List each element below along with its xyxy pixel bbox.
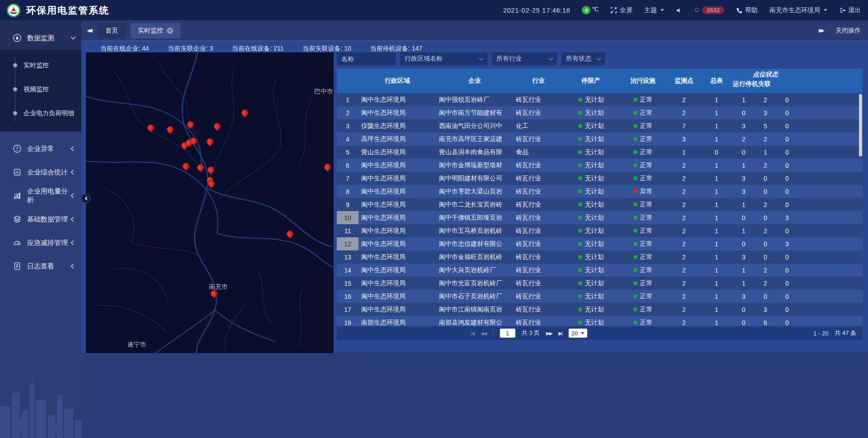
logout-button[interactable]: 退出 — [839, 6, 861, 14]
notification-count-badge: 2632 — [702, 6, 724, 14]
map-panel[interactable]: 巴中市南充市遂宁市 — [86, 52, 334, 353]
cell-region: 阆中生态环境局 — [359, 266, 436, 274]
cell-company: 阆中大兴页岩机砖厂 — [436, 266, 513, 274]
close-operations-button[interactable]: 关闭操作 — [835, 27, 861, 35]
cell-industry: 砖瓦行业 — [513, 266, 564, 274]
table-row[interactable]: 8阆中生态环境局阆中市枣碧大梁山页岩砖瓦行业无计划异常21300 — [337, 185, 863, 198]
datetime: 2021-02-25 17:46:18 — [503, 6, 571, 14]
status-filter-select[interactable]: 所有状态 — [561, 52, 605, 65]
map-collapse-button[interactable] — [81, 193, 91, 203]
table-row[interactable]: 2阆中生态环境局阆中市南方节能建材有砖瓦行业无计划正常21030 — [337, 106, 863, 119]
theme-dropdown[interactable]: 主题 — [644, 6, 664, 14]
table-row[interactable]: 12阆中生态环境局阆中市忠信建材有限公砖瓦行业无计划正常21003 — [337, 237, 863, 250]
cell-facility: 正常 — [618, 319, 668, 327]
map-roads — [86, 52, 334, 353]
table-row[interactable]: 14阆中生态环境局阆中大兴页岩机砖厂砖瓦行业无计划正常21120 — [337, 264, 863, 277]
tabs-scroll-right-button[interactable]: ▶▶ — [819, 28, 825, 33]
table-row[interactable]: 15阆中生态环境局阆中市光富页岩机砖厂砖瓦行业无计划正常21120 — [337, 277, 863, 290]
table-row[interactable]: 4高坪生态环境局南充市高坪区王家店建砖瓦行业无计划正常31220 — [337, 132, 863, 146]
fullscreen-button[interactable]: 全屏 — [610, 6, 632, 14]
cell-company: 阆中市金博瑞新型墙材 — [436, 161, 513, 170]
name-filter-input[interactable] — [337, 52, 396, 65]
sidebar-item-emergency-reduction[interactable]: 应急减排管理 — [0, 231, 81, 254]
cell-running: 1 — [733, 227, 755, 235]
cell-stopped: 0 — [755, 188, 776, 195]
table-row[interactable]: 6阆中生态环境局阆中市金博瑞新型墙材砖瓦行业无计划正常21120 — [337, 159, 863, 172]
table-row[interactable]: 16阆中生态环境局阆中市石子页岩机砖厂砖瓦行业无计划正常21300 — [337, 290, 863, 303]
prev-page-button[interactable]: ◀◀ — [481, 331, 486, 336]
cell-region: 阆中生态环境局 — [359, 188, 436, 196]
sidebar-item-video-monitor[interactable]: 视频监控 — [0, 77, 81, 101]
sidebar-item-power-analysis[interactable]: 企业用电量分析 — [0, 184, 81, 207]
region-filter-select[interactable]: 行政区域名称 — [400, 52, 487, 65]
cell-region: 阆中生态环境局 — [359, 279, 436, 287]
cell-stopped: 3 — [755, 306, 776, 313]
page-number-input[interactable] — [500, 329, 515, 338]
chevron-down-icon — [597, 56, 601, 61]
help-button[interactable]: 帮助 — [736, 6, 758, 14]
row-index: 11 — [337, 227, 359, 235]
table-row[interactable]: 5营山生态环境局营山县润丰肉食品有限食品无计划正常10010 — [337, 146, 863, 159]
table-row[interactable]: 11阆中生态环境局阆中市五马桥页岩机砖砖瓦行业无计划正常21120 — [337, 224, 863, 237]
table-row[interactable]: 10阆中生态环境局阆中千佛镇五郎垭页岩砖瓦行业无计划正常21003 — [337, 211, 863, 224]
sidebar-item-log-view[interactable]: 日志查看 — [0, 254, 81, 278]
cell-meters: 1 — [700, 293, 733, 300]
cell-points: 2 — [668, 254, 700, 261]
row-index: 3 — [337, 122, 359, 130]
sidebar-item-power-load-detail[interactable]: 企业电力负荷明细 — [0, 101, 81, 125]
chevron-down-icon — [549, 56, 553, 61]
table-row[interactable]: 1阆中生态环境局阆中强锐页岩砖厂砖瓦行业无计划正常21120 — [337, 93, 863, 106]
chevron-down-icon — [824, 9, 827, 11]
table-row[interactable]: 18南部生态环境局南部县鸿发建材有限公砖瓦行业无计划正常21060 — [337, 316, 863, 326]
table-row[interactable]: 13阆中生态环境局阆中市金福旺页岩机砖砖瓦行业无计划正常21300 — [337, 250, 863, 264]
cell-lost: 3 — [776, 214, 798, 221]
chevron-left-icon — [71, 264, 75, 268]
table-scrollbar[interactable] — [859, 94, 862, 156]
app-logo-icon — [6, 3, 21, 18]
sidebar-item-base-data[interactable]: 基础数据管理 — [0, 207, 81, 231]
header-region: 行政区域 — [359, 69, 436, 93]
industry-filter-select[interactable]: 所有行业 — [492, 52, 557, 65]
sidebar-item-realtime-monitor[interactable]: 实时监控 — [0, 53, 81, 77]
status-dot-icon — [633, 281, 637, 285]
cell-limit: 无计划 — [564, 292, 618, 301]
sidebar-item-enterprise-abnormal[interactable]: 企业异常 — [0, 137, 81, 160]
total-count-label: 共 47 条 — [835, 329, 856, 337]
tab-realtime-monitor[interactable]: 实时监控 ✕ — [131, 23, 180, 38]
cell-meters: 1 — [700, 201, 733, 208]
cell-industry: 砖瓦行业 — [513, 188, 564, 196]
cell-limit: 无计划 — [564, 201, 618, 209]
cell-industry: 砖瓦行业 — [513, 135, 564, 143]
table-row[interactable]: 3仪陇生态环境局西南油气田分公司川中化工无计划正常71350 — [337, 119, 863, 132]
tab-close-icon[interactable]: ✕ — [167, 28, 173, 34]
cell-facility: 正常 — [618, 306, 668, 314]
bell-icon — [694, 7, 700, 13]
next-page-button[interactable]: ▶▶ — [546, 331, 552, 336]
cell-company: 阆中市石子页岩机砖厂 — [436, 292, 513, 301]
last-page-button[interactable]: ▶| — [558, 331, 562, 336]
tabs-scroll-left-button[interactable]: ◀◀ — [87, 28, 93, 33]
cell-stopped: 2 — [755, 267, 776, 274]
table-row[interactable]: 17阆中生态环境局阆中市江南镇阆南页岩砖瓦行业无计划正常21030 — [337, 303, 863, 316]
sidebar-item-enterprise-stats[interactable]: 企业综合统计 — [0, 160, 81, 184]
org-dropdown[interactable]: 南充市生态环境局 — [769, 6, 827, 14]
tab-home[interactable]: 首页 — [98, 23, 125, 38]
cell-lost: 0 — [776, 306, 798, 313]
table-row[interactable]: 9阆中生态环境局阆中市二龙长宝页岩砖砖瓦行业无计划正常21120 — [337, 198, 863, 211]
table-row[interactable]: 7阆中生态环境局阆中明阳建材有限公司砖瓦行业无计划正常21300 — [337, 172, 863, 185]
row-index: 14 — [337, 267, 359, 274]
cell-facility: 正常 — [618, 148, 668, 156]
cell-company: 阆中明阳建材有限公司 — [436, 174, 513, 183]
filter-bar: 行政区域名称 所有行业 所有状态 — [337, 52, 863, 65]
cell-region: 阆中生态环境局 — [359, 240, 436, 248]
cell-industry: 砖瓦行业 — [513, 174, 564, 183]
cell-limit: 无计划 — [564, 319, 618, 327]
cell-industry: 砖瓦行业 — [513, 253, 564, 261]
page-size-select[interactable]: 20 — [569, 329, 587, 338]
cell-limit: 无计划 — [564, 279, 618, 287]
notifications-button[interactable]: 2632 — [694, 6, 724, 14]
volume-button[interactable] — [676, 7, 682, 14]
first-page-button[interactable]: |◀ — [471, 331, 474, 336]
status-dot-icon — [633, 294, 637, 298]
sidebar-item-data-monitor[interactable]: 数据监测 — [0, 26, 81, 50]
